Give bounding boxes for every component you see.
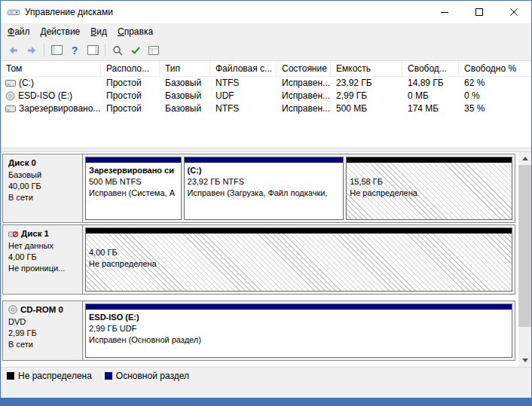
disk0-info-panel[interactable]: Диск 0 Базовый 40,00 ГБ В сети — [3, 154, 83, 222]
volume-name: (C:) — [19, 77, 34, 90]
table-row[interactable]: (C:) Простой Базовый NTFS Исправен... 23… — [1, 77, 531, 90]
chevron-up-icon — [522, 157, 528, 160]
volume-list: Том Располо... Тип Файловая с... Состоян… — [1, 61, 531, 148]
window-title: Управление дисками — [25, 7, 427, 17]
volume-filesystem: UDF — [210, 90, 277, 102]
action-pane-icon — [87, 45, 99, 55]
volume-filesystem: NTFS — [210, 102, 277, 115]
volume-capacity: 500 МБ — [331, 102, 402, 115]
column-header-free-percent[interactable]: Свободно % — [459, 61, 531, 77]
partition-status: Исправен (Система, А — [89, 188, 178, 199]
volume-free-percent: 35 % — [459, 102, 531, 115]
disk-row-disk0: Диск 0 Базовый 40,00 ГБ В сети Зарезерви… — [2, 154, 515, 223]
volume-list-header: Том Располо... Тип Файловая с... Состоян… — [1, 61, 531, 77]
uninitialized-disk-icon — [8, 230, 18, 238]
column-header-volume[interactable]: Том — [1, 61, 101, 77]
forward-button[interactable] — [23, 42, 41, 59]
volume-status: Исправен... — [277, 102, 331, 115]
close-icon — [510, 8, 518, 16]
column-header-layout[interactable]: Располо... — [101, 61, 160, 77]
partition-title — [89, 236, 509, 247]
help-button[interactable]: ? — [66, 42, 84, 59]
partition-size: 15,58 ГБ — [350, 176, 509, 188]
partition-title: Зарезервировано си — [89, 165, 178, 176]
column-header-type[interactable]: Тип — [160, 61, 210, 77]
cdrom0-name: CD-ROM 0 — [20, 305, 63, 314]
disk1-info-panel[interactable]: Диск 1 Нет данных 4,00 ГБ Не проиници... — [3, 225, 83, 294]
column-header-capacity[interactable]: Емкость — [331, 61, 402, 77]
legend-item-primary-partition: Основной раздел — [105, 371, 189, 381]
volume-layout: Простой — [101, 102, 160, 115]
view-panel-icon — [148, 46, 159, 55]
cdrom0-size: 2,99 ГБ — [8, 328, 80, 339]
partition-esd-iso[interactable]: ESD-ISO (E:) 2,99 ГБ UDF Исправен (Основ… — [85, 304, 512, 358]
partition-status: Не распределена — [350, 188, 509, 199]
partition-color-bar — [86, 228, 512, 234]
disk0-type: Базовый — [8, 169, 80, 181]
disk-row-cdrom0: CD-ROM 0 DVD 2,99 ГБ В сети ESD-ISO (E:)… — [2, 301, 515, 361]
close-button[interactable] — [497, 1, 531, 23]
partition-unallocated-disk1[interactable]: 4,00 ГБ Не распределена — [85, 227, 512, 292]
column-header-filesystem[interactable]: Файловая с... — [210, 61, 277, 77]
disk-volume-icon — [5, 105, 16, 113]
column-header-free[interactable]: Свобод... — [402, 61, 459, 77]
partition-size: 23,92 ГБ NTFS — [188, 176, 341, 188]
disk0-name: Диск 0 — [8, 158, 36, 167]
cd-volume-icon — [5, 91, 15, 101]
partition-status: Исправен (Основной раздел) — [89, 334, 509, 346]
scrollbar-track[interactable] — [518, 165, 531, 354]
scrollbar-thumb[interactable] — [518, 165, 531, 327]
disk1-type: Нет данных — [8, 240, 80, 252]
partition-status: Исправен (Загрузка, Файл подкачки, — [188, 188, 341, 199]
volume-capacity: 23,92 ГБ — [331, 77, 402, 90]
status-area — [1, 383, 531, 398]
cdrom0-type: DVD — [8, 316, 80, 328]
check-disk-button[interactable] — [127, 42, 145, 59]
partition-title: ESD-ISO (E:) — [89, 312, 509, 323]
toolbar-separator — [105, 44, 105, 56]
graphical-view: Диск 0 Базовый 40,00 ГБ В сети Зарезерви… — [1, 152, 531, 367]
partition-color-bar — [86, 157, 181, 163]
volume-filesystem: NTFS — [210, 77, 277, 90]
menu-action[interactable]: Действие — [35, 24, 86, 39]
menu-help[interactable]: Справка — [112, 24, 158, 39]
console-tree-button[interactable] — [47, 42, 66, 59]
maximize-icon — [475, 8, 483, 16]
volume-status: Исправен... — [277, 90, 331, 102]
volume-name: Зарезервировано... — [19, 102, 100, 115]
back-button[interactable] — [5, 42, 23, 59]
partition-title — [350, 165, 509, 176]
partition-status: Не распределена — [89, 258, 509, 270]
table-row[interactable]: Зарезервировано... Простой Базовый NTFS … — [1, 102, 531, 115]
volume-free: 0 МБ — [402, 90, 459, 102]
volume-capacity: 2,99 ГБ — [331, 90, 402, 102]
volume-type: Базовый — [160, 102, 210, 115]
scroll-down-button[interactable] — [518, 354, 531, 367]
rescan-disks-button[interactable] — [109, 42, 127, 59]
cdrom0-info-panel[interactable]: CD-ROM 0 DVD 2,99 ГБ В сети — [3, 301, 83, 360]
minimize-button[interactable] — [427, 1, 462, 23]
disk1-status: Не проиници... — [8, 263, 80, 274]
back-icon — [8, 46, 19, 55]
column-header-status[interactable]: Состояние — [277, 61, 331, 77]
check-disk-icon — [130, 46, 141, 55]
partition-system-reserved[interactable]: Зарезервировано си 500 МБ NTFS Исправен … — [85, 157, 182, 220]
partition-c-drive[interactable]: (C:) 23,92 ГБ NTFS Исправен (Загрузка, Ф… — [184, 157, 344, 220]
partition-unallocated-disk0[interactable]: 15,58 ГБ Не распределена — [346, 157, 512, 220]
table-row[interactable]: ESD-ISO (E:) Простой Базовый UDF Исправе… — [1, 90, 531, 102]
action-pane-button[interactable] — [84, 42, 102, 59]
disk-management-icon — [8, 6, 20, 18]
vertical-scrollbar[interactable] — [518, 152, 531, 367]
minimize-icon — [441, 12, 448, 13]
partition-title: (C:) — [188, 165, 341, 176]
chevron-down-icon — [522, 359, 528, 362]
titlebar: Управление дисками — [1, 1, 531, 23]
volume-name: ESD-ISO (E:) — [18, 90, 72, 102]
disk-row-disk1: Диск 1 Нет данных 4,00 ГБ Не проиници...… — [2, 224, 515, 295]
maximize-button[interactable] — [462, 1, 497, 23]
scroll-up-button[interactable] — [518, 152, 531, 165]
menu-file[interactable]: Файл — [2, 24, 35, 39]
window-controls — [427, 1, 531, 23]
menu-view[interactable]: Вид — [85, 24, 112, 39]
view-panel-button[interactable] — [145, 42, 163, 59]
